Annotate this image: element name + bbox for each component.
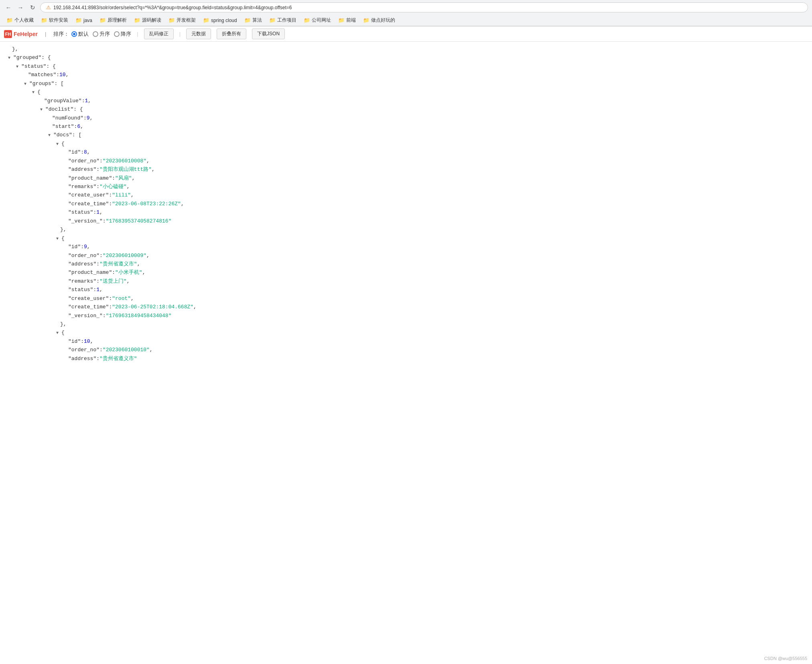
toggle-doclist[interactable]: ▼ bbox=[39, 107, 44, 113]
bookmark-label: 开发框架 bbox=[177, 17, 196, 24]
json-line-status: ▼ "status": { bbox=[6, 62, 806, 71]
bookmark-label: 软件安装 bbox=[49, 17, 68, 24]
address-text: 192.168.244.41:8983/solr/orders/select?q… bbox=[53, 5, 292, 10]
json-line-doc1-createuser: "create_user": "lili", bbox=[6, 191, 806, 199]
json-line-doc1-version: "_version_": "1768395374058274816" bbox=[6, 217, 806, 225]
json-line-doc1-address: "address": "贵阳市观山湖ttt路", bbox=[6, 165, 806, 174]
json-key: "status" bbox=[21, 62, 46, 71]
bookmark-label: 做点好玩的 bbox=[371, 17, 395, 24]
sort-default[interactable]: 默认 bbox=[71, 30, 89, 38]
toggle-groups[interactable]: ▼ bbox=[22, 81, 28, 87]
json-line-doc2-createuser: "create_user": "root", bbox=[6, 294, 806, 303]
bookmark-java[interactable]: 📁 java bbox=[72, 16, 95, 24]
collapse-button[interactable]: 折叠所有 bbox=[217, 28, 246, 39]
json-punct: { bbox=[61, 140, 65, 148]
separator2: | bbox=[137, 31, 138, 37]
json-line-doc2-orderno: "order_no": "202306010009", bbox=[6, 251, 806, 260]
json-key: "status" bbox=[68, 208, 93, 217]
json-value: 9 bbox=[84, 243, 87, 251]
json-line-doc2-address: "address": "贵州省遵义市", bbox=[6, 260, 806, 268]
json-line-doc1: ▼ { bbox=[6, 140, 806, 148]
json-key: "status" bbox=[68, 285, 93, 294]
toggle-docs[interactable]: ▼ bbox=[47, 133, 52, 139]
json-line-doc2-close: }, bbox=[6, 320, 806, 328]
json-line-doc2-remarks: "remarks": "送货上门", bbox=[6, 277, 806, 285]
json-value: "送货上门" bbox=[99, 277, 127, 285]
bookmark-label: 个人收藏 bbox=[14, 17, 34, 24]
json-key: "start" bbox=[52, 122, 74, 131]
radio-asc-dot bbox=[93, 31, 98, 37]
json-line-doc1-createtime: "create_time": "2023-06-08T23:22:26Z", bbox=[6, 200, 806, 208]
bookmark-source[interactable]: 📁 源码解读 bbox=[131, 16, 164, 24]
address-bar[interactable]: ⚠ 192.168.244.41:8983/solr/orders/select… bbox=[40, 2, 808, 12]
json-value: "风扇" bbox=[115, 174, 132, 182]
back-button[interactable]: ← bbox=[4, 3, 13, 12]
sort-default-label: 默认 bbox=[78, 30, 89, 38]
security-warning-icon: ⚠ bbox=[46, 4, 51, 10]
json-key: "groupValue" bbox=[44, 97, 82, 105]
bookmark-label: 公司网址 bbox=[312, 17, 331, 24]
toggle-grouped[interactable]: ▼ bbox=[6, 56, 12, 61]
toggle-status[interactable]: ▼ bbox=[14, 64, 20, 70]
sort-section: 排序： 默认 升序 降序 bbox=[53, 30, 131, 38]
json-line-numfound: "numFound": 9, bbox=[6, 114, 806, 122]
bookmark-company[interactable]: 📁 公司网址 bbox=[300, 16, 334, 24]
sort-desc[interactable]: 降序 bbox=[114, 30, 131, 38]
json-value: 1 bbox=[85, 97, 88, 105]
bookmark-label: java bbox=[83, 18, 92, 23]
json-line-doc3-id: "id": 10, bbox=[6, 337, 806, 346]
bookmark-principles[interactable]: 📁 原理解析 bbox=[96, 16, 130, 24]
json-line-doc2-version: "_version_": "1769631849458434048" bbox=[6, 312, 806, 320]
toggle-doc1[interactable]: ▼ bbox=[55, 142, 60, 147]
download-button[interactable]: 下载JSON bbox=[252, 28, 285, 39]
forward-button[interactable]: → bbox=[16, 3, 25, 12]
json-punct: }, bbox=[12, 45, 18, 53]
json-key: "create_user" bbox=[68, 294, 109, 303]
meta-button[interactable]: 元数据 bbox=[186, 28, 211, 39]
folder-icon: 📁 bbox=[244, 17, 251, 23]
json-value: "贵阳市观山湖ttt路" bbox=[99, 165, 152, 174]
refresh-button[interactable]: ↻ bbox=[28, 3, 37, 12]
json-line-doc1-status: "status": 1, bbox=[6, 208, 806, 217]
json-key: "grouped" bbox=[13, 53, 41, 62]
sort-asc[interactable]: 升序 bbox=[93, 30, 110, 38]
json-key: "create_time" bbox=[68, 200, 109, 208]
bookmark-software[interactable]: 📁 软件安装 bbox=[38, 16, 71, 24]
json-punct: { bbox=[61, 328, 65, 337]
bookmark-fun[interactable]: 📁 做点好玩的 bbox=[360, 16, 398, 24]
toggle-doc3[interactable]: ▼ bbox=[55, 331, 60, 336]
json-key: "product_name" bbox=[68, 268, 112, 277]
json-line-doc2: ▼ { bbox=[6, 234, 806, 243]
toggle-group-item[interactable]: ▼ bbox=[30, 90, 36, 95]
bookmark-algorithm[interactable]: 📁 算法 bbox=[241, 16, 265, 24]
fehelper-toolbar: FH FeHelper | 排序： 默认 升序 降序 | 乱码修正 | 元数据 … bbox=[0, 26, 812, 42]
sort-desc-label: 降序 bbox=[121, 30, 131, 38]
json-value: 6 bbox=[77, 122, 80, 131]
json-value: "2023060100010" bbox=[103, 346, 150, 354]
json-line-doc2-createtime: "create_time": "2023-06-25T02:18:04.668Z… bbox=[6, 303, 806, 311]
json-value: "贵州省遵义市" bbox=[99, 354, 137, 363]
json-key: "address" bbox=[68, 260, 96, 268]
radio-default-dot bbox=[71, 31, 77, 37]
json-key: "address" bbox=[68, 165, 96, 174]
bookmark-frontend[interactable]: 📁 前端 bbox=[335, 16, 359, 24]
bookmark-springcloud[interactable]: 📁 spring cloud bbox=[200, 16, 240, 24]
json-line-docs: ▼ "docs": [ bbox=[6, 131, 806, 139]
bookmark-label: 前端 bbox=[346, 17, 356, 24]
folder-icon: 📁 bbox=[99, 17, 106, 23]
toggle-doc2[interactable]: ▼ bbox=[55, 236, 60, 242]
bookmark-personal[interactable]: 📁 个人收藏 bbox=[3, 16, 37, 24]
json-value: "2023-06-08T23:22:26Z" bbox=[112, 200, 181, 208]
json-key: "remarks" bbox=[68, 182, 96, 191]
json-line-doc1-id: "id": 8, bbox=[6, 148, 806, 156]
json-key: "id" bbox=[68, 243, 81, 251]
json-value: "root" bbox=[112, 294, 131, 303]
bookmark-devframe[interactable]: 📁 开发框架 bbox=[165, 16, 199, 24]
json-value: "1769631849458434048" bbox=[106, 312, 172, 320]
fehelper-icon: FH bbox=[4, 30, 12, 38]
fehelper-name: FeHelper bbox=[14, 31, 38, 37]
fix-encoding-button[interactable]: 乱码修正 bbox=[144, 28, 174, 39]
bookmark-work[interactable]: 📁 工作项目 bbox=[266, 16, 300, 24]
json-key: "groups" bbox=[29, 79, 54, 88]
json-key: "doclist" bbox=[45, 105, 73, 113]
